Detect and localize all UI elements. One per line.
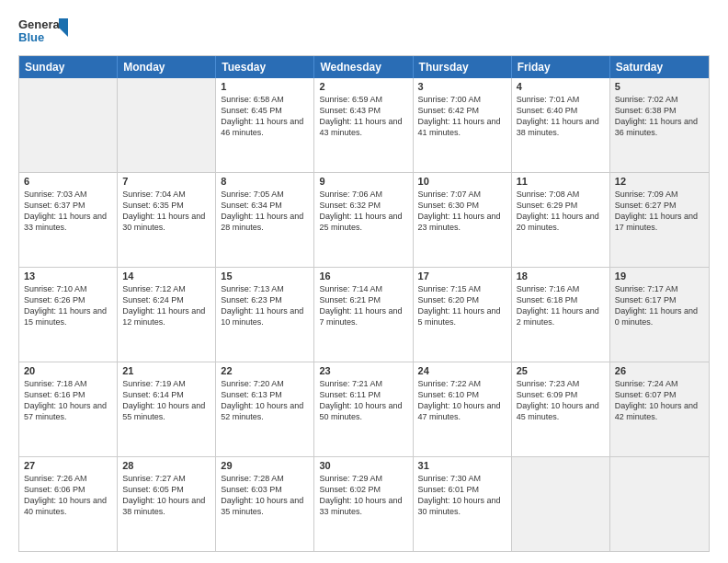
cell-details: Sunrise: 7:26 AM Sunset: 6:06 PM Dayligh… <box>24 473 112 518</box>
calendar-cell-day-26: 26Sunrise: 7:24 AM Sunset: 6:07 PM Dayli… <box>610 362 709 456</box>
calendar-cell-day-17: 17Sunrise: 7:15 AM Sunset: 6:20 PM Dayli… <box>414 268 512 362</box>
calendar-cell-day-15: 15Sunrise: 7:13 AM Sunset: 6:23 PM Dayli… <box>216 268 314 362</box>
day-number: 9 <box>319 176 407 187</box>
day-number: 25 <box>517 365 605 376</box>
day-number: 19 <box>615 270 704 282</box>
logo-icon: GeneralBlue <box>18 17 74 46</box>
day-number: 21 <box>122 365 210 376</box>
cell-details: Sunrise: 7:20 AM Sunset: 6:13 PM Dayligh… <box>221 378 309 423</box>
weekday-header-friday: Friday <box>512 56 610 78</box>
calendar-cell-empty <box>610 457 709 551</box>
day-number: 24 <box>418 365 506 376</box>
weekday-header-saturday: Saturday <box>610 56 709 78</box>
calendar-cell-day-27: 27Sunrise: 7:26 AM Sunset: 6:06 PM Dayli… <box>19 457 118 551</box>
calendar-cell-day-8: 8Sunrise: 7:05 AM Sunset: 6:34 PM Daylig… <box>216 173 314 267</box>
cell-details: Sunrise: 7:21 AM Sunset: 6:11 PM Dayligh… <box>319 378 407 423</box>
calendar-cell-day-28: 28Sunrise: 7:27 AM Sunset: 6:05 PM Dayli… <box>118 457 216 551</box>
calendar-cell-day-10: 10Sunrise: 7:07 AM Sunset: 6:30 PM Dayli… <box>414 173 512 267</box>
cell-details: Sunrise: 7:05 AM Sunset: 6:34 PM Dayligh… <box>221 189 309 234</box>
calendar-cell-day-31: 31Sunrise: 7:30 AM Sunset: 6:01 PM Dayli… <box>414 457 512 551</box>
cell-details: Sunrise: 7:12 AM Sunset: 6:24 PM Dayligh… <box>122 283 210 328</box>
svg-text:General: General <box>18 17 63 31</box>
calendar-header: SundayMondayTuesdayWednesdayThursdayFrid… <box>19 56 709 78</box>
calendar-cell-day-11: 11Sunrise: 7:08 AM Sunset: 6:29 PM Dayli… <box>512 173 610 267</box>
cell-details: Sunrise: 7:27 AM Sunset: 6:05 PM Dayligh… <box>122 473 210 518</box>
cell-details: Sunrise: 7:04 AM Sunset: 6:35 PM Dayligh… <box>122 189 210 234</box>
calendar-row-4: 27Sunrise: 7:26 AM Sunset: 6:06 PM Dayli… <box>19 456 709 551</box>
cell-details: Sunrise: 7:28 AM Sunset: 6:03 PM Dayligh… <box>221 473 309 518</box>
calendar-cell-day-18: 18Sunrise: 7:16 AM Sunset: 6:18 PM Dayli… <box>512 268 610 362</box>
cell-details: Sunrise: 7:01 AM Sunset: 6:40 PM Dayligh… <box>517 94 605 139</box>
day-number: 10 <box>418 176 506 187</box>
calendar-cell-day-14: 14Sunrise: 7:12 AM Sunset: 6:24 PM Dayli… <box>118 268 216 362</box>
day-number: 30 <box>319 460 407 471</box>
svg-marker-2 <box>59 18 68 37</box>
day-number: 29 <box>221 460 309 471</box>
day-number: 11 <box>517 176 605 187</box>
calendar-cell-empty <box>512 457 610 551</box>
cell-details: Sunrise: 7:06 AM Sunset: 6:32 PM Dayligh… <box>319 189 407 234</box>
calendar: SundayMondayTuesdayWednesdayThursdayFrid… <box>18 55 710 552</box>
cell-details: Sunrise: 7:13 AM Sunset: 6:23 PM Dayligh… <box>221 283 309 328</box>
calendar-cell-day-23: 23Sunrise: 7:21 AM Sunset: 6:11 PM Dayli… <box>314 362 413 456</box>
cell-details: Sunrise: 7:23 AM Sunset: 6:09 PM Dayligh… <box>517 378 605 423</box>
cell-details: Sunrise: 7:22 AM Sunset: 6:10 PM Dayligh… <box>418 378 506 423</box>
calendar-body: 1Sunrise: 6:58 AM Sunset: 6:45 PM Daylig… <box>19 78 709 551</box>
cell-details: Sunrise: 7:19 AM Sunset: 6:14 PM Dayligh… <box>122 378 210 423</box>
cell-details: Sunrise: 7:08 AM Sunset: 6:29 PM Dayligh… <box>517 189 605 234</box>
cell-details: Sunrise: 7:16 AM Sunset: 6:18 PM Dayligh… <box>517 283 605 328</box>
calendar-cell-day-29: 29Sunrise: 7:28 AM Sunset: 6:03 PM Dayli… <box>216 457 314 551</box>
svg-text:Blue: Blue <box>18 30 44 44</box>
calendar-cell-day-20: 20Sunrise: 7:18 AM Sunset: 6:16 PM Dayli… <box>19 362 118 456</box>
day-number: 1 <box>221 81 309 92</box>
calendar-cell-day-19: 19Sunrise: 7:17 AM Sunset: 6:17 PM Dayli… <box>610 268 709 362</box>
day-number: 5 <box>615 81 704 92</box>
day-number: 14 <box>122 270 210 282</box>
day-number: 17 <box>418 270 506 282</box>
calendar-cell-day-25: 25Sunrise: 7:23 AM Sunset: 6:09 PM Dayli… <box>512 362 610 456</box>
cell-details: Sunrise: 7:14 AM Sunset: 6:21 PM Dayligh… <box>319 283 407 328</box>
cell-details: Sunrise: 7:29 AM Sunset: 6:02 PM Dayligh… <box>319 473 407 518</box>
weekday-header-thursday: Thursday <box>414 56 512 78</box>
calendar-row-0: 1Sunrise: 6:58 AM Sunset: 6:45 PM Daylig… <box>19 78 709 172</box>
calendar-row-3: 20Sunrise: 7:18 AM Sunset: 6:16 PM Dayli… <box>19 362 709 456</box>
day-number: 4 <box>517 81 605 92</box>
header: GeneralBlue <box>18 17 710 46</box>
cell-details: Sunrise: 7:17 AM Sunset: 6:17 PM Dayligh… <box>615 283 704 328</box>
calendar-row-1: 6Sunrise: 7:03 AM Sunset: 6:37 PM Daylig… <box>19 172 709 267</box>
day-number: 22 <box>221 365 309 376</box>
cell-details: Sunrise: 7:30 AM Sunset: 6:01 PM Dayligh… <box>418 473 506 518</box>
day-number: 2 <box>319 81 407 92</box>
cell-details: Sunrise: 7:24 AM Sunset: 6:07 PM Dayligh… <box>615 378 704 423</box>
day-number: 13 <box>24 270 112 282</box>
day-number: 23 <box>319 365 407 376</box>
weekday-header-monday: Monday <box>118 56 216 78</box>
day-number: 3 <box>418 81 506 92</box>
cell-details: Sunrise: 7:09 AM Sunset: 6:27 PM Dayligh… <box>615 189 704 234</box>
cell-details: Sunrise: 7:07 AM Sunset: 6:30 PM Dayligh… <box>418 189 506 234</box>
cell-details: Sunrise: 7:15 AM Sunset: 6:20 PM Dayligh… <box>418 283 506 328</box>
cell-details: Sunrise: 6:59 AM Sunset: 6:43 PM Dayligh… <box>319 94 407 139</box>
weekday-header-wednesday: Wednesday <box>314 56 413 78</box>
calendar-cell-day-9: 9Sunrise: 7:06 AM Sunset: 6:32 PM Daylig… <box>314 173 413 267</box>
day-number: 16 <box>319 270 407 282</box>
calendar-cell-day-16: 16Sunrise: 7:14 AM Sunset: 6:21 PM Dayli… <box>314 268 413 362</box>
day-number: 15 <box>221 270 309 282</box>
day-number: 7 <box>122 176 210 187</box>
day-number: 31 <box>418 460 506 471</box>
cell-details: Sunrise: 7:03 AM Sunset: 6:37 PM Dayligh… <box>24 189 112 234</box>
calendar-cell-day-21: 21Sunrise: 7:19 AM Sunset: 6:14 PM Dayli… <box>118 362 216 456</box>
calendar-cell-day-30: 30Sunrise: 7:29 AM Sunset: 6:02 PM Dayli… <box>314 457 413 551</box>
day-number: 12 <box>615 176 704 187</box>
calendar-cell-day-12: 12Sunrise: 7:09 AM Sunset: 6:27 PM Dayli… <box>610 173 709 267</box>
calendar-cell-day-3: 3Sunrise: 7:00 AM Sunset: 6:42 PM Daylig… <box>414 78 512 172</box>
calendar-cell-day-22: 22Sunrise: 7:20 AM Sunset: 6:13 PM Dayli… <box>216 362 314 456</box>
calendar-cell-day-6: 6Sunrise: 7:03 AM Sunset: 6:37 PM Daylig… <box>19 173 118 267</box>
calendar-cell-empty <box>19 78 118 172</box>
calendar-cell-day-5: 5Sunrise: 7:02 AM Sunset: 6:38 PM Daylig… <box>610 78 709 172</box>
calendar-row-2: 13Sunrise: 7:10 AM Sunset: 6:26 PM Dayli… <box>19 267 709 362</box>
calendar-cell-day-4: 4Sunrise: 7:01 AM Sunset: 6:40 PM Daylig… <box>512 78 610 172</box>
day-number: 18 <box>517 270 605 282</box>
cell-details: Sunrise: 7:02 AM Sunset: 6:38 PM Dayligh… <box>615 94 704 139</box>
page: GeneralBlue SundayMondayTuesdayWednesday… <box>0 0 728 563</box>
